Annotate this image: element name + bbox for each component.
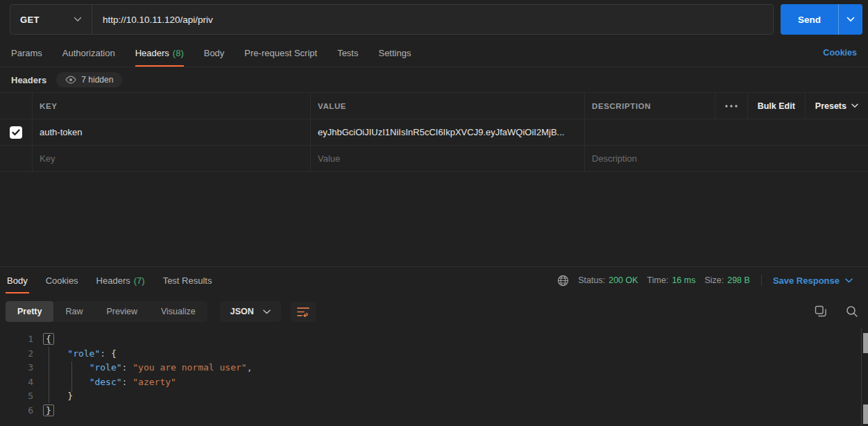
tab-authorization[interactable]: Authorization — [62, 39, 115, 67]
response-body-viewer[interactable]: 1{2 "role": {3 "role": "you are normal u… — [0, 328, 868, 426]
scrollbar-thumb[interactable] — [863, 333, 868, 353]
code-line: 1{ — [0, 332, 868, 347]
code-line: 4 "desc": "azerty" — [0, 375, 868, 390]
more-options-icon[interactable] — [715, 93, 747, 119]
presets-button[interactable]: Presets — [805, 93, 868, 119]
table-header-row: KEY VALUE DESCRIPTION Bulk Edit Presets — [0, 93, 868, 119]
key-input[interactable]: Key — [33, 146, 311, 171]
response-code: 1{2 "role": {3 "role": "you are normal u… — [0, 332, 868, 418]
line-number: 1 — [0, 332, 46, 347]
response-tab-headers[interactable]: Headers (7) — [95, 267, 146, 293]
line-number: 6 — [0, 404, 46, 418]
chevron-down-icon — [74, 17, 82, 22]
line-number: 4 — [0, 375, 46, 390]
time-indicator: Time: 16 ms — [647, 275, 696, 285]
status-indicator: Status: 200 OK — [578, 275, 638, 285]
tab-tests[interactable]: Tests — [337, 39, 358, 67]
view-raw[interactable]: Raw — [53, 301, 94, 322]
divider — [761, 275, 762, 286]
request-url-bar: GET http://10.10.11.120/api/priv Send — [0, 0, 868, 39]
scrollbar-thumb-secondary[interactable] — [863, 404, 868, 424]
headers-title: Headers — [11, 75, 46, 85]
save-response-button[interactable]: Save Response — [773, 275, 853, 286]
row-checkbox-cell-empty — [0, 146, 33, 171]
tab-pre-request-script[interactable]: Pre-request Script — [244, 39, 317, 67]
line-number: 3 — [0, 361, 46, 375]
row-checkbox-cell — [0, 119, 33, 145]
network-globe-icon[interactable] — [557, 275, 569, 287]
chevron-down-icon — [851, 103, 858, 108]
chevron-down-icon — [263, 309, 271, 314]
response-pane: Body Cookies Headers (7) Test Results St… — [0, 266, 868, 426]
size-value: 298 B — [727, 275, 750, 285]
response-tabs: Body Cookies Headers (7) Test Results St… — [0, 267, 868, 293]
line-number: 5 — [0, 389, 46, 404]
request-tabs: Params Authorization Headers (8) Body Pr… — [0, 39, 868, 67]
fold-guide-line — [49, 347, 49, 403]
description-input[interactable]: Description — [585, 146, 868, 171]
wrap-text-button[interactable] — [291, 302, 316, 322]
header-value-cell[interactable]: eyJhbGciOiJIUzI1NiIsInR5cCI6IkpXVCJ9.eyJ… — [311, 119, 585, 145]
response-view-bar: Pretty Raw Preview Visualize JSON — [0, 293, 868, 328]
eye-icon — [65, 76, 76, 84]
status-value: 200 OK — [609, 275, 638, 285]
column-description-group: DESCRIPTION Bulk Edit Presets — [585, 93, 868, 119]
chevron-down-icon — [845, 278, 853, 283]
code-line: 6} — [0, 404, 868, 418]
row-checkbox[interactable] — [10, 126, 22, 139]
response-tab-body[interactable]: Body — [6, 267, 29, 293]
send-options-button[interactable] — [838, 4, 862, 35]
scrollbar-track[interactable] — [861, 328, 868, 426]
method-label: GET — [20, 15, 40, 25]
url-input[interactable]: http://10.10.11.120/api/priv — [92, 5, 773, 34]
tab-headers[interactable]: Headers (8) — [135, 39, 184, 67]
copy-icon[interactable] — [815, 305, 827, 318]
hidden-headers-label: 7 hidden — [81, 75, 113, 85]
code-line: 2 "role": { — [0, 347, 868, 361]
tab-settings[interactable]: Settings — [378, 39, 411, 67]
cookies-link[interactable]: Cookies — [823, 48, 857, 58]
indent-guide-line — [71, 361, 72, 392]
tab-body[interactable]: Body — [204, 39, 225, 67]
column-value: VALUE — [311, 93, 585, 119]
response-meta: Status: 200 OK Time: 16 ms Size: 298 B S… — [557, 275, 862, 287]
hidden-headers-toggle[interactable]: 7 hidden — [56, 72, 122, 87]
tab-params[interactable]: Params — [11, 39, 42, 67]
code-line: 3 "role": "you are normal user", — [0, 361, 868, 375]
table-row: auth-token eyJhbGciOiJIUzI1NiIsInR5cCI6I… — [0, 119, 868, 146]
headers-table: KEY VALUE DESCRIPTION Bulk Edit Presets … — [0, 92, 868, 172]
size-indicator: Size: 298 B — [704, 275, 749, 285]
view-pretty[interactable]: Pretty — [6, 301, 53, 322]
wrap-text-icon — [297, 307, 309, 317]
url-box: GET http://10.10.11.120/api/priv — [10, 4, 774, 35]
view-visualize[interactable]: Visualize — [149, 301, 207, 322]
send-button[interactable]: Send — [781, 4, 838, 35]
send-group: Send — [781, 4, 862, 35]
view-preview[interactable]: Preview — [94, 301, 148, 322]
headers-count: (8) — [173, 48, 184, 58]
column-description: DESCRIPTION — [585, 93, 715, 119]
language-select[interactable]: JSON — [220, 301, 281, 322]
table-placeholder-row: Key Value Description — [0, 146, 868, 172]
code-line: 5 } — [0, 389, 868, 404]
response-toolbar-icons — [815, 305, 858, 318]
line-number: 2 — [0, 347, 46, 361]
column-key: KEY — [33, 93, 311, 119]
response-tab-test-results[interactable]: Test Results — [162, 267, 214, 293]
response-headers-count: (7) — [134, 275, 145, 286]
search-icon[interactable] — [846, 305, 858, 318]
headers-subheader: Headers 7 hidden — [0, 67, 868, 92]
header-description-cell[interactable] — [585, 119, 868, 145]
value-input[interactable]: Value — [311, 146, 585, 171]
bulk-edit-button[interactable]: Bulk Edit — [747, 93, 805, 119]
time-value: 16 ms — [672, 275, 695, 285]
method-select[interactable]: GET — [10, 5, 92, 34]
header-key-cell[interactable]: auth-token — [33, 119, 311, 145]
empty-area — [0, 172, 868, 266]
select-all-cell — [0, 93, 33, 119]
view-mode-switcher: Pretty Raw Preview Visualize — [6, 301, 207, 322]
response-tab-cookies[interactable]: Cookies — [44, 267, 80, 293]
url-text: http://10.10.11.120/api/priv — [103, 15, 213, 25]
